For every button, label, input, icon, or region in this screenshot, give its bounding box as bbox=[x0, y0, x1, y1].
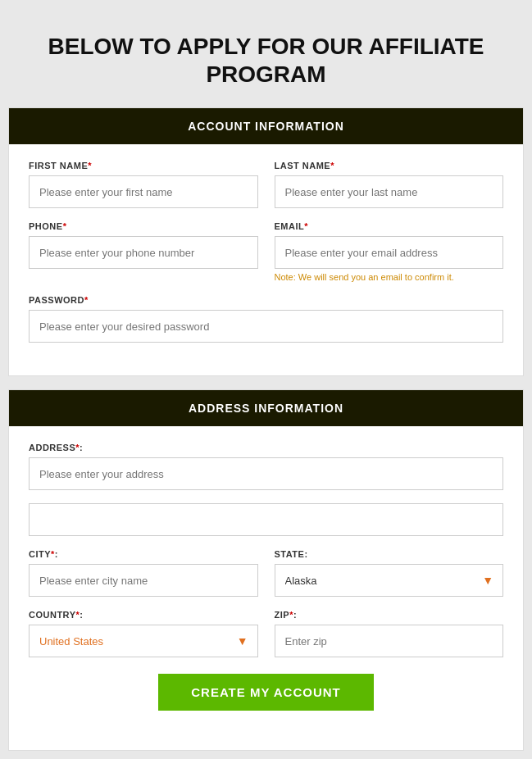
country-group: COUNTRY*: United States Canada United Ki… bbox=[29, 610, 258, 657]
account-section-header: ACCOUNT INFORMATION bbox=[9, 108, 523, 144]
phone-label: PHONE* bbox=[29, 221, 258, 231]
last-name-group: LAST NAME* bbox=[275, 161, 504, 208]
city-input[interactable] bbox=[29, 564, 258, 597]
zip-input[interactable] bbox=[275, 625, 504, 657]
email-group: EMAIL* Note: We will send you an email t… bbox=[275, 221, 504, 282]
email-label: EMAIL* bbox=[275, 221, 504, 231]
password-row: PASSWORD* bbox=[29, 295, 503, 343]
name-row: FIRST NAME* LAST NAME* bbox=[29, 161, 503, 208]
state-select[interactable]: Alaska Alabama Arizona California Colora… bbox=[275, 564, 504, 597]
zip-group: ZIP*: bbox=[275, 610, 504, 657]
password-input[interactable] bbox=[29, 310, 503, 343]
email-note: Note: We will send you an email to confi… bbox=[275, 272, 504, 282]
account-section: ACCOUNT INFORMATION FIRST NAME* LAST NAM… bbox=[8, 107, 524, 376]
address-section: ADDRESS INFORMATION ADDRESS*: bbox=[8, 389, 524, 751]
country-select-wrapper: United States Canada United Kingdom Aust… bbox=[29, 625, 258, 657]
first-name-required: * bbox=[88, 161, 92, 170]
password-label: PASSWORD* bbox=[29, 295, 503, 305]
password-group: PASSWORD* bbox=[29, 295, 503, 343]
phone-group: PHONE* bbox=[29, 221, 258, 282]
phone-required: * bbox=[63, 221, 67, 231]
state-select-wrapper: Alaska Alabama Arizona California Colora… bbox=[275, 564, 504, 597]
state-group: STATE: Alaska Alabama Arizona California… bbox=[275, 549, 504, 597]
address-section-header: ADDRESS INFORMATION bbox=[9, 390, 523, 426]
phone-email-row: PHONE* EMAIL* Note: We will send you an … bbox=[29, 221, 503, 282]
last-name-label: LAST NAME* bbox=[275, 161, 504, 170]
password-required: * bbox=[84, 295, 89, 305]
address1-group: ADDRESS*: bbox=[29, 443, 503, 490]
create-account-button[interactable]: CREATE MY ACCOUNT bbox=[158, 674, 374, 711]
zip-label: ZIP*: bbox=[275, 610, 504, 620]
country-label: COUNTRY*: bbox=[29, 610, 258, 620]
phone-input[interactable] bbox=[29, 236, 258, 269]
address2-input[interactable] bbox=[29, 503, 503, 536]
address2-group bbox=[29, 503, 503, 536]
email-required: * bbox=[304, 221, 308, 231]
country-select[interactable]: United States Canada United Kingdom Aust… bbox=[29, 625, 258, 657]
country-zip-row: COUNTRY*: United States Canada United Ki… bbox=[29, 610, 503, 657]
first-name-label: FIRST NAME* bbox=[29, 161, 258, 170]
first-name-input[interactable] bbox=[29, 175, 258, 208]
address2-row bbox=[29, 503, 503, 536]
last-name-required: * bbox=[330, 161, 334, 170]
first-name-group: FIRST NAME* bbox=[29, 161, 258, 208]
address-label: ADDRESS*: bbox=[29, 443, 503, 452]
last-name-input[interactable] bbox=[275, 175, 504, 208]
address1-input[interactable] bbox=[29, 457, 503, 490]
state-label: STATE: bbox=[275, 549, 504, 559]
address1-row: ADDRESS*: bbox=[29, 443, 503, 490]
account-section-body: FIRST NAME* LAST NAME* PHONE* bbox=[9, 144, 523, 375]
email-input[interactable] bbox=[275, 236, 504, 269]
address-section-body: ADDRESS*: CITY*: bbox=[9, 426, 523, 750]
city-label: CITY*: bbox=[29, 549, 258, 559]
page-container: BELOW TO APPLY FOR OUR AFFILIATE PROGRAM… bbox=[0, 16, 532, 759]
page-title: BELOW TO APPLY FOR OUR AFFILIATE PROGRAM bbox=[0, 16, 532, 107]
city-state-row: CITY*: STATE: Alaska Alabama Arizona Cal… bbox=[29, 549, 503, 597]
city-group: CITY*: bbox=[29, 549, 258, 597]
